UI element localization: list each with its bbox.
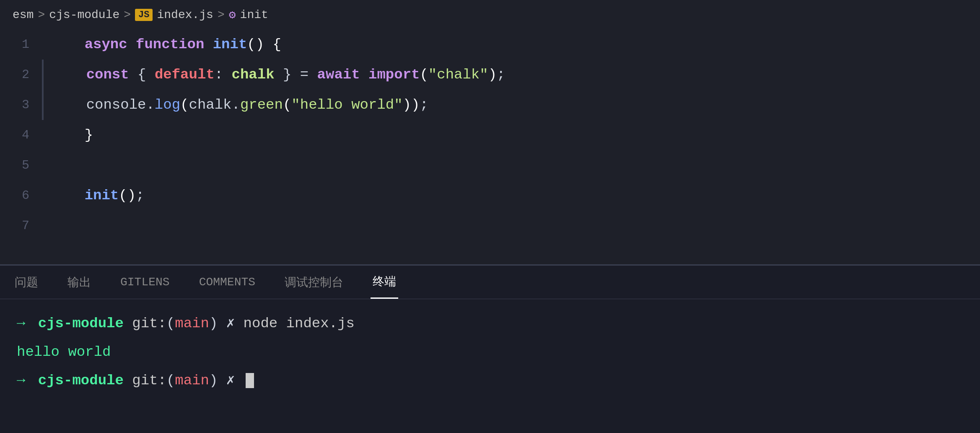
line-number-1: 1	[0, 29, 42, 60]
editor-area: esm > cjs-module > JS index.js > ⚙ init …	[0, 0, 980, 264]
breadcrumb-sep1: >	[38, 8, 45, 21]
breadcrumb-indexjs: index.js	[157, 8, 213, 21]
code-line-1: 1 async function init() {	[0, 29, 980, 60]
terminal-line-3: → cjs-module git: ( main ) ✗	[17, 369, 963, 393]
code-line-2: 2 const { default: chalk } = await impor…	[0, 60, 980, 90]
tab-terminal[interactable]: 终端	[371, 266, 398, 299]
terminal-line-1: → cjs-module git: ( main ) ✗ node index.…	[17, 312, 963, 336]
breadcrumb-cjs: cjs-module	[49, 8, 119, 21]
terminal-tabs: 问题 输出 GITLENS COMMENTS 调试控制台 终端	[0, 266, 980, 299]
code-line-3: 3 console.log(chalk.green("hello world")…	[0, 90, 980, 120]
tab-debug[interactable]: 调试控制台	[283, 266, 345, 299]
code-line-4: 4 }	[0, 120, 980, 150]
func-icon: ⚙	[229, 8, 236, 22]
code-line-7: 7	[0, 211, 980, 241]
line-content-4: }	[42, 120, 93, 150]
arrow-1: →	[17, 312, 25, 336]
tab-output[interactable]: 输出	[65, 266, 93, 299]
hello-world-output: hello world	[17, 340, 111, 365]
code-area: 1 async function init() { 2 const { defa…	[0, 29, 980, 241]
line-number-4: 4	[0, 120, 42, 150]
cmd-1: node index.js	[235, 312, 355, 336]
terminal-cursor	[246, 373, 254, 388]
line-number-5: 5	[0, 150, 42, 180]
line-number-6: 6	[0, 180, 42, 211]
tab-comments[interactable]: COMMENTS	[197, 266, 257, 299]
breadcrumb: esm > cjs-module > JS index.js > ⚙ init	[0, 0, 980, 29]
branch-1: main	[175, 312, 209, 336]
terminal-line-2: hello world	[17, 340, 963, 365]
breadcrumb-sep3: >	[218, 8, 225, 21]
tab-problems[interactable]: 问题	[13, 266, 40, 299]
git-2: git:	[124, 369, 166, 393]
tab-gitlens[interactable]: GITLENS	[118, 266, 172, 299]
branch-2: main	[175, 369, 209, 393]
line-number-2: 2	[0, 60, 42, 90]
js-badge: JS	[135, 9, 153, 21]
terminal-panel: 问题 输出 GITLENS COMMENTS 调试控制台 终端 → cjs-mo…	[0, 266, 980, 433]
arrow-2: →	[17, 369, 25, 393]
line-number-7: 7	[0, 211, 42, 241]
line-content-2: const { default: chalk } = await import(…	[44, 60, 505, 90]
breadcrumb-sep2: >	[124, 8, 131, 21]
breadcrumb-init: init	[240, 8, 268, 21]
git-1: git:	[124, 312, 166, 336]
dir-2: cjs-module	[38, 369, 124, 393]
line-content-6: init();	[42, 180, 144, 211]
code-line-5: 5	[0, 150, 980, 180]
dir-1: cjs-module	[38, 312, 124, 336]
line-content-1: async function init() {	[42, 29, 281, 60]
code-line-6: 6 init();	[0, 180, 980, 211]
terminal-content: → cjs-module git: ( main ) ✗ node index.…	[0, 299, 980, 410]
breadcrumb-esm: esm	[13, 8, 34, 21]
line-content-3: console.log(chalk.green("hello world"));	[44, 90, 428, 120]
line-number-3: 3	[0, 90, 42, 120]
